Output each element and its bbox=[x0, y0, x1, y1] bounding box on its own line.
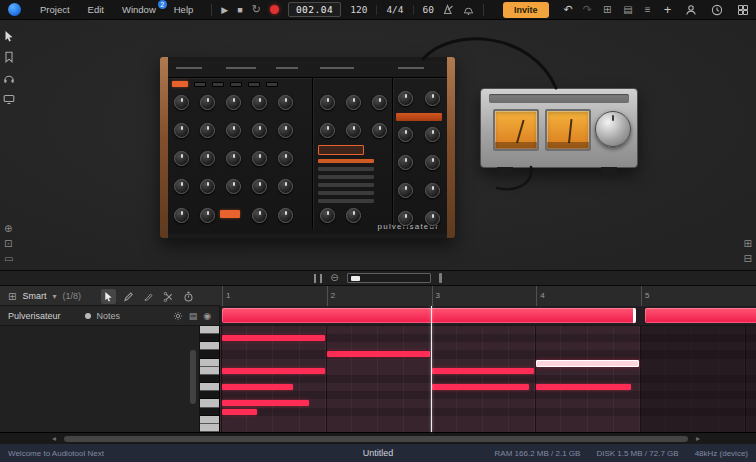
synth-knob[interactable] bbox=[278, 151, 293, 166]
metronome-icon[interactable] bbox=[443, 4, 454, 15]
synth-knob[interactable] bbox=[200, 208, 215, 223]
black-key[interactable] bbox=[200, 375, 219, 383]
synth-button[interactable] bbox=[212, 82, 224, 87]
synth-knob[interactable] bbox=[346, 123, 361, 138]
fit-view-icon[interactable]: ▭ bbox=[4, 254, 13, 264]
app-logo-icon[interactable] bbox=[8, 3, 21, 16]
synth-orange-button[interactable] bbox=[172, 81, 188, 87]
snap-grid-icon[interactable]: ⊞ bbox=[744, 239, 752, 249]
stop-button[interactable]: ■ bbox=[237, 5, 242, 15]
midi-note[interactable] bbox=[536, 384, 630, 390]
minimap-thumb[interactable] bbox=[351, 276, 360, 281]
horizontal-scrollbar-thumb[interactable] bbox=[64, 436, 688, 442]
redo-icon[interactable]: ↷ bbox=[578, 3, 597, 16]
vertical-scrollbar-thumb[interactable] bbox=[190, 350, 196, 404]
playhead[interactable] bbox=[431, 306, 432, 432]
synth-knob[interactable] bbox=[252, 151, 267, 166]
synth-button[interactable] bbox=[194, 82, 206, 87]
synth-knob[interactable] bbox=[200, 179, 215, 194]
layout-split-icon[interactable]: ⊞ bbox=[597, 4, 617, 15]
white-key[interactable] bbox=[200, 326, 219, 334]
monitor-icon[interactable] bbox=[3, 93, 15, 105]
synth-knob[interactable] bbox=[174, 95, 189, 110]
midi-note[interactable] bbox=[536, 360, 639, 367]
synth-knob[interactable] bbox=[278, 95, 293, 110]
synth-knob[interactable] bbox=[226, 151, 241, 166]
synth-knob[interactable] bbox=[200, 151, 215, 166]
vu-meter-device[interactable] bbox=[480, 88, 638, 168]
synth-knob[interactable] bbox=[200, 95, 215, 110]
synth-list-item[interactable] bbox=[318, 159, 374, 163]
select-tool-icon[interactable] bbox=[101, 289, 116, 304]
workspace-canvas[interactable]: pulverisateur ⊕ ⊡ ▭ ⊞ ⊟ bbox=[0, 20, 756, 270]
synth-knob[interactable] bbox=[252, 208, 267, 223]
midi-note[interactable] bbox=[222, 400, 309, 406]
black-key[interactable] bbox=[200, 391, 219, 399]
synth-knob[interactable] bbox=[174, 123, 189, 138]
white-key[interactable] bbox=[200, 424, 219, 432]
midi-note[interactable] bbox=[222, 335, 325, 341]
synth-button[interactable] bbox=[248, 82, 260, 87]
synth-knob[interactable] bbox=[226, 179, 241, 194]
note-grid[interactable] bbox=[220, 326, 756, 432]
synth-knob[interactable] bbox=[320, 208, 335, 223]
snap-mode-dropdown[interactable]: Smart bbox=[22, 291, 46, 301]
white-key[interactable] bbox=[200, 416, 219, 424]
synth-knob[interactable] bbox=[252, 179, 267, 194]
midi-note[interactable] bbox=[432, 384, 530, 390]
timeline-minimap[interactable] bbox=[347, 273, 431, 283]
bell-icon[interactable] bbox=[463, 4, 474, 15]
black-key[interactable] bbox=[200, 334, 219, 342]
black-key[interactable] bbox=[200, 350, 219, 358]
synth-list-item[interactable] bbox=[318, 199, 374, 203]
white-key[interactable] bbox=[200, 342, 219, 350]
horizontal-scrollbar[interactable]: ◂ ▸ bbox=[0, 432, 756, 444]
pencil-tool-icon[interactable] bbox=[121, 289, 136, 304]
synth-knob[interactable] bbox=[398, 91, 413, 106]
midi-note[interactable] bbox=[432, 368, 535, 374]
grid-toggle-icon[interactable]: ⊞ bbox=[8, 291, 16, 302]
canvas-menu-icon[interactable]: ⊟ bbox=[744, 254, 752, 264]
clip-lane[interactable] bbox=[220, 306, 756, 326]
layout-rows-icon[interactable]: ▤ bbox=[617, 4, 638, 15]
midi-note[interactable] bbox=[222, 384, 293, 390]
synth-knob[interactable] bbox=[398, 183, 413, 198]
synth-knob[interactable] bbox=[372, 95, 387, 110]
signature-display[interactable]: 4/4 bbox=[386, 4, 403, 15]
loop-range-icon[interactable] bbox=[314, 274, 322, 283]
synth-knob[interactable] bbox=[252, 95, 267, 110]
synth-knob[interactable] bbox=[226, 123, 241, 138]
tempo-display[interactable]: 120 bbox=[350, 4, 367, 15]
synth-knob[interactable] bbox=[278, 208, 293, 223]
synth-knob[interactable] bbox=[425, 91, 440, 106]
loop-button[interactable]: ↻ bbox=[252, 3, 261, 16]
synth-knob[interactable] bbox=[425, 211, 440, 226]
account-icon[interactable] bbox=[678, 4, 704, 16]
synth-knob[interactable] bbox=[278, 179, 293, 194]
synth-knob[interactable] bbox=[200, 123, 215, 138]
piano-keys[interactable] bbox=[200, 326, 220, 432]
invite-button[interactable]: Invite bbox=[503, 2, 549, 18]
white-key[interactable] bbox=[200, 399, 219, 407]
frame-selection-icon[interactable]: ⊡ bbox=[4, 239, 13, 249]
cursor-tool-icon[interactable] bbox=[3, 30, 15, 42]
pulverisateur-device[interactable]: pulverisateur bbox=[160, 57, 455, 238]
black-key[interactable] bbox=[200, 408, 219, 416]
clip-resize-handle[interactable] bbox=[633, 308, 636, 323]
synth-orange-strip[interactable] bbox=[396, 113, 442, 121]
synth-display-frame[interactable] bbox=[318, 145, 364, 155]
gear-icon[interactable] bbox=[173, 311, 183, 321]
midi-note[interactable] bbox=[222, 368, 325, 374]
synth-knob[interactable] bbox=[346, 208, 361, 223]
list-icon[interactable]: ▤ bbox=[189, 311, 198, 321]
synth-knob[interactable] bbox=[320, 123, 335, 138]
white-key[interactable] bbox=[200, 359, 219, 367]
synth-knob[interactable] bbox=[398, 211, 413, 226]
stopwatch-tool-icon[interactable] bbox=[181, 289, 196, 304]
chevron-down-icon[interactable]: ▾ bbox=[52, 292, 56, 301]
headphones-icon[interactable] bbox=[3, 72, 15, 84]
menu-edit[interactable]: Edit bbox=[79, 0, 113, 20]
bookmark-icon[interactable] bbox=[3, 51, 15, 63]
synth-knob[interactable] bbox=[174, 179, 189, 194]
synth-knob[interactable] bbox=[425, 127, 440, 142]
